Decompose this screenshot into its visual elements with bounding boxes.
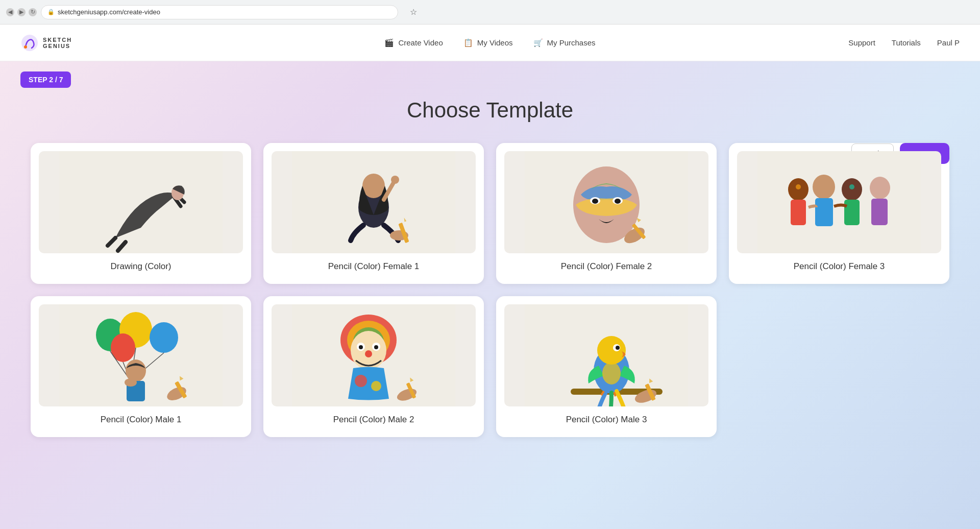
svg-point-34	[796, 184, 801, 189]
template-card-pencil-male-2[interactable]: Pencil (Color) Male 2	[263, 296, 484, 437]
pencil-female-3-svg	[737, 151, 941, 253]
tutorials-link[interactable]: Tutorials	[892, 38, 921, 47]
nav-center: 🎬 Create Video 📋 My Videos 🛒 My Purchase…	[384, 38, 595, 47]
template-card-pencil-female-2[interactable]: Pencil (Color) Female 2	[496, 143, 717, 284]
svg-point-12	[391, 176, 399, 184]
svg-rect-33	[871, 199, 888, 225]
svg-point-62	[371, 381, 381, 391]
svg-point-60	[365, 350, 372, 357]
template-image-pencil-male-2	[272, 304, 476, 406]
template-name-pencil-male-3: Pencil (Color) Male 3	[504, 415, 708, 425]
svg-point-47	[125, 378, 137, 387]
svg-point-57	[359, 345, 363, 349]
svg-point-35	[849, 184, 854, 189]
template-card-pencil-female-3[interactable]: Pencil (Color) Female 3	[729, 143, 949, 284]
nav-create-video[interactable]: 🎬 Create Video	[384, 38, 443, 47]
drawing-color-svg	[39, 151, 243, 253]
svg-point-21	[615, 199, 621, 204]
address-bar[interactable]: 🔒 sketchgeniusapp.com/create-video	[41, 5, 398, 19]
my-purchases-icon: 🛒	[533, 38, 543, 47]
browser-controls: ◀ ▶ ↻	[6, 8, 37, 16]
lock-icon: 🔒	[47, 9, 55, 15]
user-link[interactable]: Paul P	[937, 38, 960, 47]
svg-rect-2	[59, 151, 223, 253]
browser-chrome: ◀ ▶ ↻ 🔒 sketchgeniusapp.com/create-video…	[0, 0, 980, 25]
pencil-male-3-svg	[504, 304, 708, 406]
svg-rect-31	[844, 200, 860, 225]
template-name-pencil-female-1: Pencil (Color) Female 1	[272, 261, 476, 272]
svg-rect-29	[815, 198, 833, 226]
pencil-female-1-svg	[272, 151, 476, 253]
logo-icon	[20, 34, 39, 52]
template-name-pencil-male-2: Pencil (Color) Male 2	[272, 415, 476, 425]
browser-back-btn[interactable]: ◀	[6, 8, 14, 16]
bookmark-btn[interactable]: ☆	[406, 5, 421, 19]
svg-point-28	[813, 175, 835, 199]
template-image-pencil-female-1	[272, 151, 476, 253]
svg-point-71	[616, 346, 620, 350]
template-name-pencil-female-2: Pencil (Color) Female 2	[504, 261, 708, 272]
step-badge: STEP 2 / 7	[20, 71, 71, 88]
template-card-drawing-color[interactable]: Drawing (Color)	[31, 143, 251, 284]
template-image-pencil-female-3	[737, 151, 941, 253]
svg-point-19	[592, 199, 598, 204]
svg-point-0	[21, 35, 38, 51]
template-grid: Drawing (Color)	[20, 143, 960, 437]
page-title: Choose Template	[20, 98, 960, 123]
template-name-drawing-color: Drawing (Color)	[39, 261, 243, 272]
template-image-pencil-male-3	[504, 304, 708, 406]
template-card-pencil-female-1[interactable]: Pencil (Color) Female 1	[263, 143, 484, 284]
url-text: sketchgeniusapp.com/create-video	[58, 8, 160, 16]
template-name-pencil-female-3: Pencil (Color) Female 3	[737, 261, 941, 272]
svg-point-39	[150, 322, 178, 353]
svg-point-45	[126, 359, 146, 382]
template-card-pencil-male-1[interactable]: Pencil (Color) Male 1	[31, 296, 251, 437]
svg-point-74	[602, 362, 621, 384]
pencil-male-2-svg	[272, 304, 476, 406]
svg-point-32	[870, 177, 890, 199]
pencil-female-2-svg	[504, 151, 708, 253]
nav-right: Support Tutorials Paul P	[848, 38, 960, 47]
logo-text: SKETCH GENIUS	[43, 37, 72, 49]
logo-area[interactable]: SKETCH GENIUS	[20, 34, 72, 52]
browser-refresh-btn[interactable]: ↻	[29, 8, 37, 16]
support-link[interactable]: Support	[848, 38, 875, 47]
svg-point-10	[362, 174, 385, 198]
template-image-pencil-male-1	[39, 304, 243, 406]
browser-forward-btn[interactable]: ▶	[17, 8, 26, 16]
svg-point-1	[24, 45, 27, 49]
svg-point-69	[597, 336, 626, 365]
my-videos-icon: 📋	[463, 38, 473, 47]
main-content: STEP 2 / 7 Choose Template Back Next	[0, 61, 980, 458]
svg-rect-25	[757, 151, 921, 253]
svg-line-73	[614, 392, 616, 396]
svg-rect-27	[791, 200, 806, 225]
browser-right-icons: ☆	[406, 5, 421, 19]
svg-point-59	[374, 345, 378, 349]
nav: SKETCH GENIUS 🎬 Create Video 📋 My Videos…	[0, 25, 980, 61]
nav-my-videos[interactable]: 📋 My Videos	[463, 38, 513, 47]
nav-my-purchases[interactable]: 🛒 My Purchases	[533, 38, 596, 47]
create-video-icon: 🎬	[384, 38, 394, 47]
template-name-pencil-male-1: Pencil (Color) Male 1	[39, 415, 243, 425]
template-image-drawing-color	[39, 151, 243, 253]
pencil-male-1-svg	[39, 304, 243, 406]
template-card-pencil-male-3[interactable]: Pencil (Color) Male 3	[496, 296, 717, 437]
template-image-pencil-female-2	[504, 151, 708, 253]
svg-point-61	[355, 375, 367, 387]
